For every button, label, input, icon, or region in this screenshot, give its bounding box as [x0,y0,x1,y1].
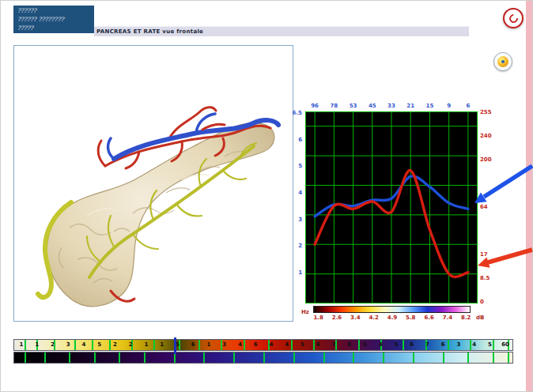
scale-tick [25,352,26,363]
spectrum-curves [305,111,478,303]
top-axis-label: 45 [363,103,382,109]
right-axis-label: 64 [480,204,501,210]
right-axis-label: 240 [480,133,501,139]
patient-info-box: ?????? ?????? ???????? ????? [13,6,94,33]
scale-tick [109,340,111,350]
scale-tick [203,352,205,363]
scale-tick [508,352,509,363]
scale-tick [448,340,449,350]
scale-tick [36,340,38,350]
chart-left-axis: 6.5654321 [282,110,302,276]
left-axis-label: 1 [298,270,302,276]
top-axis-label: 53 [343,103,362,109]
scale-tick [198,340,200,350]
scale-tick [443,352,444,363]
right-axis-label: 0 [480,299,501,305]
left-axis-label: 5 [298,163,302,169]
scale-tick [119,352,120,363]
patient-info-line: ?????? ???????? [17,16,90,24]
right-axis-label: 17 [480,251,501,258]
bottom-axis-label: 8.2 [457,315,475,321]
scale-tick [413,352,414,363]
right-axis-label [480,228,501,234]
top-axis-label: 6 [459,103,478,109]
pancreas-3d-view[interactable] [13,45,293,322]
scale-tick [493,352,494,363]
db-label: dB [476,315,484,321]
lut-scales: 112345221156134644567854567634560 [13,339,513,364]
chart-right-axis: 25524020064178.50 [480,109,501,305]
scale-tick [25,340,26,350]
left-axis-label: 2 [298,243,302,249]
spectrum-plot [305,111,478,303]
scale-tick [131,340,133,350]
view-title-bar: PANCREAS ET RATE vue frontale [94,26,469,36]
bottom-axis-label: 1.8 [309,315,327,321]
patient-info-line: ?????? [17,7,90,16]
spectrum-colorbar [313,306,471,313]
scale-tick [92,340,93,350]
scale-tick [335,340,337,350]
scale-tick [353,352,354,363]
top-axis-label: 15 [420,103,439,109]
right-axis-label: 200 [480,156,501,163]
bottom-axis-label: 4.9 [383,315,401,321]
patient-info-line: ????? [17,24,90,33]
bottom-axis-label: 5.8 [402,315,420,321]
scale-tick [263,352,265,363]
scale-tick [508,340,509,350]
scale-tick [383,352,384,363]
scale-tick [221,340,222,350]
top-axis-label: 78 [324,103,343,109]
scale-tick [54,340,55,350]
scale-cursor[interactable] [174,337,176,354]
scale-tick [74,340,76,350]
scale-tick [144,352,146,363]
right-axis-label: 255 [480,109,501,115]
scale-tick [467,352,469,363]
scale-tick [323,352,325,363]
app-window: ?????? ?????? ???????? ????? PANCREAS ET… [0,0,533,392]
left-axis-label: 4 [298,190,302,196]
chart-top-axis: 9678534533211596 [305,103,478,109]
scale-tick [291,340,293,350]
power-icon [507,12,519,24]
right-axis-label [480,180,501,187]
scale-tick [44,352,46,363]
view-title: PANCREAS ET RATE vue frontale [96,28,203,35]
pancreas-3d-render [14,46,293,321]
scale-tick [493,340,494,350]
scale-tick [313,340,315,350]
quit-button[interactable] [503,8,524,28]
scale-tick [293,352,295,363]
scale-tick [425,340,427,350]
top-axis-label: 21 [401,103,420,109]
lut-scale-upper[interactable] [13,339,513,351]
scale-tick [403,340,404,350]
bottom-axis-label: 3.4 [346,315,365,321]
scale-tick [380,340,382,350]
bottom-axis-label: 2.6 [327,315,346,321]
scale-tick [233,352,235,363]
left-axis-label: 6.5 [293,110,302,116]
display-options-button[interactable] [493,52,512,71]
scale-tick [179,340,180,350]
left-axis-label: 3 [298,217,302,223]
scale-tick [244,340,245,350]
left-axis-label: 6 [298,137,302,143]
scale-tick [69,352,70,363]
scale-tick [268,340,270,350]
bottom-axis-label: 7.4 [438,315,456,321]
lut-scale-lower[interactable] [13,352,513,364]
top-axis-label: 96 [305,103,324,109]
scale-tick [358,340,360,350]
right-axis-label: 8.5 [480,275,501,281]
hz-label: Hz [301,309,309,315]
globe-icon [497,56,508,67]
bottom-axis-label: 6.6 [420,315,438,321]
chart-bottom-axis: 1.82.63.44.24.95.86.67.48.2 [309,315,475,321]
right-edge-strip [526,1,532,391]
top-axis-label: 33 [382,103,401,109]
scale-tick [470,340,471,350]
scale-tick [153,340,155,350]
